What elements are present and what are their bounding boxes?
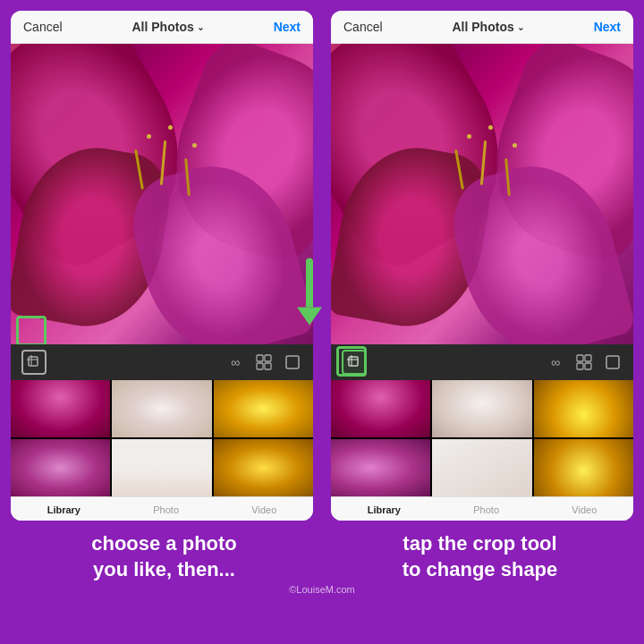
right-tab-photo[interactable]: Photo: [473, 504, 499, 515]
right-tab-bar: Library Photo Video: [331, 496, 633, 521]
watermark: ©LouiseM.com: [289, 584, 355, 595]
svg-rect-14: [585, 363, 591, 369]
right-flower-image: [331, 44, 633, 344]
thumb-item[interactable]: [11, 380, 110, 437]
right-caption-text: tap the crop toolto change shape: [326, 531, 633, 582]
thumb-item[interactable]: [432, 439, 531, 496]
thumb-item[interactable]: [534, 439, 633, 496]
thumb-item[interactable]: [432, 380, 531, 437]
svg-rect-3: [257, 355, 263, 361]
right-cancel-button[interactable]: Cancel: [343, 20, 383, 34]
green-arrow: [297, 258, 322, 325]
right-crop-button[interactable]: [342, 350, 367, 375]
right-next-button[interactable]: Next: [594, 20, 621, 34]
thumb-item[interactable]: [214, 439, 313, 496]
right-crop-icon[interactable]: [342, 350, 367, 375]
right-grid-icon[interactable]: [574, 352, 594, 372]
left-toolbar-icons: ∞: [225, 352, 302, 372]
left-crop-icon[interactable]: [21, 350, 47, 375]
arrow-shaft: [306, 258, 313, 307]
right-thumbnails: [331, 380, 633, 496]
left-chevron-icon[interactable]: ⌄: [197, 22, 204, 32]
main-container: Cancel All Photos ⌄ Next: [0, 0, 644, 644]
left-header: Cancel All Photos ⌄ Next: [11, 11, 313, 44]
crop-svg-icon-right: [347, 355, 361, 369]
thumb-item[interactable]: [331, 439, 430, 496]
left-crop-button[interactable]: [21, 350, 47, 375]
left-next-button[interactable]: Next: [274, 20, 301, 34]
left-flower-image: [11, 44, 313, 344]
right-infinity-icon[interactable]: ∞: [546, 352, 565, 372]
thumb-item[interactable]: [112, 380, 211, 437]
left-tab-video[interactable]: Video: [251, 504, 276, 515]
thumb-item[interactable]: [112, 439, 211, 496]
right-header: Cancel All Photos ⌄ Next: [331, 11, 633, 44]
infinity-icon[interactable]: ∞: [225, 352, 245, 372]
left-tab-library[interactable]: Library: [47, 504, 80, 515]
svg-rect-4: [265, 355, 271, 361]
thumb-item[interactable]: [331, 380, 430, 437]
left-toolbar: ∞: [11, 344, 313, 380]
svg-rect-5: [257, 363, 263, 369]
left-caption-text: choose a photoyou like, then...: [11, 531, 318, 582]
left-tab-photo[interactable]: Photo: [153, 504, 179, 515]
right-toolbar: ∞: [331, 344, 633, 380]
svg-rect-15: [606, 356, 619, 369]
right-panel: Cancel All Photos ⌄ Next: [331, 11, 633, 521]
svg-rect-6: [265, 363, 271, 369]
bottom-text-row: choose a photoyou like, then... tap the …: [11, 528, 633, 582]
svg-rect-0: [29, 357, 38, 366]
svg-rect-13: [577, 363, 583, 369]
svg-rect-12: [585, 355, 591, 361]
left-cancel-button[interactable]: Cancel: [23, 20, 63, 34]
square-icon[interactable]: [283, 352, 302, 372]
svg-rect-8: [349, 357, 358, 366]
right-caption: tap the crop toolto change shape: [326, 531, 633, 582]
right-square-icon[interactable]: [603, 352, 623, 372]
left-tab-bar: Library Photo Video: [11, 496, 313, 521]
right-title: All Photos ⌄: [453, 20, 524, 34]
grid-icon[interactable]: [254, 352, 274, 372]
left-panel: Cancel All Photos ⌄ Next: [11, 11, 313, 521]
svg-rect-7: [286, 356, 299, 369]
left-caption: choose a photoyou like, then...: [11, 531, 318, 582]
right-toolbar-icons: ∞: [546, 352, 623, 372]
right-chevron-icon[interactable]: ⌄: [517, 22, 524, 32]
thumb-item[interactable]: [11, 439, 110, 496]
right-photo-main: [331, 44, 633, 344]
arrow-head-icon: [297, 307, 322, 325]
left-title: All Photos ⌄: [132, 20, 204, 34]
panels-row: Cancel All Photos ⌄ Next: [11, 11, 633, 521]
left-photo-main: [11, 44, 313, 344]
svg-rect-11: [577, 355, 583, 361]
thumb-item[interactable]: [214, 380, 313, 437]
thumb-item[interactable]: [534, 380, 633, 437]
right-tab-library[interactable]: Library: [368, 504, 401, 515]
left-thumbnails: [11, 380, 313, 496]
crop-svg-icon: [27, 355, 41, 369]
right-tab-video[interactable]: Video: [572, 504, 597, 515]
